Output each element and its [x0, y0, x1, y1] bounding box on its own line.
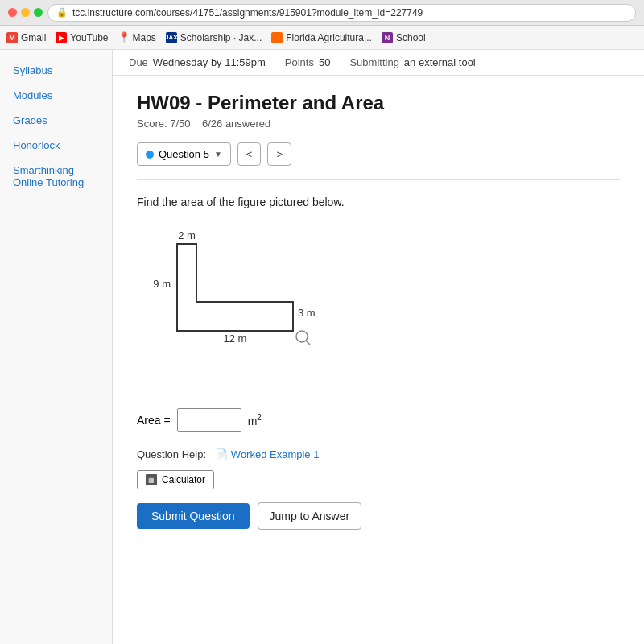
- page-wrapper: Syllabus Modules Grades Honorlock Smarth…: [0, 50, 644, 644]
- worked-example-link[interactable]: 📄 Worked Example 1: [215, 448, 320, 460]
- question-help: Question Help: 📄 Worked Example 1 ▦ Calc…: [137, 448, 620, 489]
- area-label: Area =: [137, 414, 171, 427]
- next-question-button[interactable]: >: [267, 142, 291, 166]
- area-input[interactable]: [177, 408, 242, 432]
- svg-line-6: [306, 341, 310, 345]
- submitting-label: Submitting: [349, 56, 398, 68]
- minimize-dot: [21, 8, 30, 17]
- action-buttons: Submit Question Jump to Answer: [137, 502, 620, 530]
- top-info-bar: Due Wednesday by 11:59pm Points 50 Submi…: [113, 50, 644, 76]
- svg-marker-0: [177, 244, 293, 331]
- bookmark-school[interactable]: N School: [382, 32, 426, 43]
- submitting-info: Submitting an external tool: [349, 56, 475, 68]
- prev-question-button[interactable]: <: [237, 142, 262, 166]
- sidebar-item-modules[interactable]: Modules: [0, 83, 112, 108]
- school-icon: N: [382, 32, 393, 43]
- bookmark-maps-label: Maps: [133, 32, 156, 43]
- bookmark-youtube-label: YouTube: [70, 32, 108, 43]
- youtube-icon: ▶: [56, 32, 67, 43]
- main-content: Due Wednesday by 11:59pm Points 50 Submi…: [113, 50, 644, 644]
- bookmarks-bar: M Gmail ▶ YouTube 📍 Maps JAX Scholarship…: [0, 26, 644, 50]
- close-dot: [8, 8, 17, 17]
- bookmark-scholarship[interactable]: JAX Scholarship · Jax...: [166, 32, 262, 43]
- svg-text:9 m: 9 m: [153, 278, 171, 290]
- points-value: 50: [319, 56, 330, 68]
- content-area: HW09 - Perimeter and Area Score: 7/50 6/…: [113, 76, 644, 546]
- score-line: Score: 7/50 6/26 answered: [137, 118, 620, 130]
- chevron-down-icon: ▼: [214, 150, 222, 159]
- address-bar[interactable]: 🔒 tcc.instructure.com/courses/41751/assi…: [47, 4, 636, 22]
- gmail-icon: M: [6, 32, 18, 43]
- scholarship-icon: JAX: [166, 32, 177, 43]
- assignment-title: HW09 - Perimeter and Area: [137, 92, 620, 114]
- calculator-icon: ▦: [146, 474, 157, 485]
- question-help-title: Question Help: 📄 Worked Example 1: [137, 448, 620, 460]
- figure-svg: 2 m 9 m 3 m 12 m: [137, 228, 346, 389]
- submitting-value: an external tool: [404, 56, 476, 68]
- svg-text:12 m: 12 m: [224, 332, 247, 345]
- window-controls: [8, 8, 43, 17]
- due-value: Wednesday by 11:59pm: [153, 56, 266, 68]
- bookmark-maps[interactable]: 📍 Maps: [118, 32, 156, 43]
- svg-text:3 m: 3 m: [298, 307, 316, 319]
- figure-diagram: 2 m 9 m 3 m 12 m: [137, 228, 346, 389]
- question-selector[interactable]: Question 5 ▼: [137, 142, 231, 166]
- jump-to-answer-button[interactable]: Jump to Answer: [258, 502, 362, 530]
- bookmark-gmail-label: Gmail: [21, 32, 46, 43]
- sidebar-item-honorlock[interactable]: Honorlock: [0, 133, 112, 158]
- bookmark-gmail[interactable]: M Gmail: [6, 32, 46, 43]
- url-text: tcc.instructure.com/courses/41751/assign…: [72, 7, 423, 19]
- bookmark-famu-label: Florida Agricultura...: [286, 32, 372, 43]
- question-text: Find the area of the figure pictured bel…: [137, 196, 620, 208]
- svg-point-5: [296, 331, 308, 342]
- score-label: Score:: [137, 118, 167, 130]
- area-row: Area = m2: [137, 408, 620, 432]
- question-nav-label: Question 5: [159, 148, 209, 160]
- area-unit: m2: [248, 413, 262, 427]
- doc-icon: 📄: [215, 448, 228, 460]
- browser-bar: 🔒 tcc.instructure.com/courses/41751/assi…: [0, 0, 644, 26]
- maximize-dot: [34, 8, 43, 17]
- bookmark-scholarship-label: Scholarship · Jax...: [180, 32, 262, 43]
- bookmark-youtube[interactable]: ▶ YouTube: [56, 32, 108, 43]
- question-nav: Question 5 ▼ < >: [137, 142, 620, 180]
- points-label: Points: [285, 56, 314, 68]
- sidebar: Syllabus Modules Grades Honorlock Smarth…: [0, 50, 113, 644]
- lock-icon: 🔒: [56, 7, 68, 18]
- calculator-button[interactable]: ▦ Calculator: [137, 470, 214, 489]
- famu-icon: [271, 32, 283, 43]
- submit-question-button[interactable]: Submit Question: [137, 503, 250, 529]
- maps-icon: 📍: [118, 32, 130, 43]
- bookmark-famu[interactable]: Florida Agricultura...: [271, 32, 372, 43]
- points-info: Points 50: [285, 56, 331, 68]
- bookmark-school-label: School: [396, 32, 426, 43]
- due-label: Due: [129, 56, 148, 68]
- figure-area: 2 m 9 m 3 m 12 m: [137, 228, 620, 389]
- svg-text:2 m: 2 m: [178, 229, 196, 242]
- score-value: 7/50: [170, 118, 190, 130]
- sidebar-item-grades[interactable]: Grades: [0, 108, 112, 133]
- sidebar-item-syllabus[interactable]: Syllabus: [0, 58, 112, 83]
- question-status-dot: [146, 151, 154, 159]
- answered-count: 6/26 answered: [202, 118, 270, 130]
- due-info: Due Wednesday by 11:59pm: [129, 56, 266, 68]
- sidebar-item-tutoring[interactable]: Smarthinking Online Tutoring: [0, 158, 112, 195]
